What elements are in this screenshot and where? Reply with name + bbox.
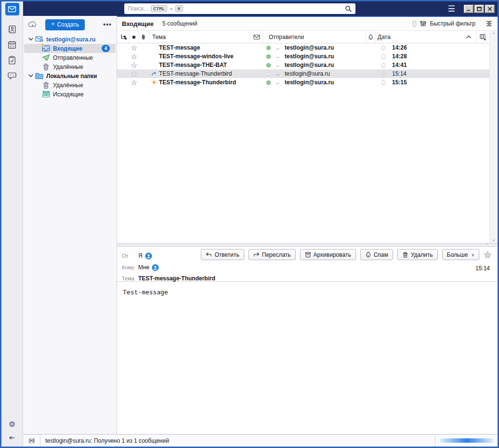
junk-light-icon[interactable] [381, 71, 386, 77]
delete-button[interactable]: Удалить [397, 249, 438, 260]
expander-chevron-icon[interactable] [28, 74, 34, 78]
space-address-book-button[interactable] [5, 23, 19, 36]
app-menu-button[interactable]: ☰ [448, 4, 455, 14]
quick-filter-button[interactable]: Быстрый фильтр [430, 20, 475, 27]
junk-light-icon[interactable] [381, 53, 386, 60]
correspondents-icon [250, 31, 263, 43]
date-column-header[interactable]: Дата [376, 31, 477, 43]
outgoing-arrow-icon: → [275, 70, 280, 77]
column-picker-button[interactable] [477, 31, 489, 43]
message-subject: TEST-message-Thunderbird [158, 78, 263, 87]
close-button[interactable] [485, 5, 495, 13]
minimize-button[interactable] [464, 5, 473, 13]
unread-dot-icon[interactable] [266, 80, 271, 85]
folder-pane-options-button[interactable]: ••• [103, 21, 112, 28]
reply-button[interactable]: Ответить [201, 249, 244, 260]
folder-label: Локальные папки [46, 73, 97, 79]
space-chat-button[interactable] [5, 69, 19, 82]
archive-button[interactable]: Архивировать [300, 249, 356, 260]
network-status-icon: ((•)) [23, 435, 40, 447]
unread-dot-icon[interactable] [266, 54, 271, 59]
star-column-header[interactable] [130, 31, 139, 43]
star-row-icon[interactable] [131, 62, 137, 68]
star-row-icon[interactable] [131, 79, 137, 86]
from-label: От [122, 253, 138, 259]
pane-splitter[interactable]: ⌃ [117, 243, 498, 247]
junk-light-icon[interactable] [381, 45, 386, 51]
replied-icon [151, 71, 157, 77]
forward-button[interactable]: Переслать [249, 249, 296, 260]
folder-tree: testlogin@sura.ruВходящие4ОтправленныеУд… [23, 33, 117, 99]
btn-junk-icon [365, 251, 371, 258]
space-mail-button[interactable] [5, 3, 19, 15]
star-row-icon[interactable] [131, 45, 137, 51]
titlebar: Поиск... CTRL + K ☰ [23, 1, 498, 16]
unread-dot-icon[interactable] [266, 46, 271, 50]
correspondents-column-header[interactable]: Отправители [250, 31, 366, 43]
message-list-display-options-icon[interactable] [486, 20, 493, 27]
message-subject: TEST-message-Thunderbird [138, 275, 215, 282]
folder-folder-icon [35, 72, 43, 79]
settings-icon[interactable]: ⚙ [9, 421, 15, 428]
maximize-button[interactable] [474, 5, 484, 13]
message-row[interactable]: TEST-message→testlogin@sura.ru14:26 [117, 43, 489, 52]
progress-section [435, 435, 498, 447]
junk-column-header[interactable] [366, 31, 376, 43]
folder-label: Входящие [53, 45, 82, 52]
scroll-up-arrow[interactable]: ⌃ [492, 32, 496, 37]
spaces-toolbar: ⚙⇤ [1, 1, 23, 447]
subject-column-header[interactable]: Тема [149, 31, 250, 43]
folder-item-исходящие[interactable]: Исходящие [24, 90, 116, 99]
message-subject: TEST-message [158, 43, 263, 52]
quick-filter-icon [420, 20, 427, 27]
message-row[interactable]: TEST-message-THE-BAT→testlogin@sura.ru14… [117, 61, 489, 69]
flag-star-icon[interactable] [484, 251, 492, 259]
subject-label: Тема [122, 276, 138, 281]
pill-indicator-icon [413, 21, 416, 27]
junk-light-icon[interactable] [381, 62, 386, 68]
message-sender: testlogin@sura.ru [285, 79, 334, 86]
scroll-down-arrow[interactable]: ⌄ [492, 237, 496, 242]
thread-column-header[interactable] [117, 31, 130, 43]
message-row[interactable]: TEST-message-windos-live→testlogin@sura.… [117, 52, 489, 61]
sender-avatar-icon[interactable] [145, 252, 152, 260]
folder-item-входящие[interactable]: Входящие4 [24, 44, 116, 53]
cloud-sync-icon[interactable] [28, 20, 38, 29]
button-label: Спам [374, 251, 388, 258]
more-button[interactable]: Больше∨ [442, 249, 479, 260]
folder-label: Отправленные [53, 54, 93, 61]
message-row[interactable]: TEST-message-Thunderbird→testlogin@sura.… [117, 78, 489, 87]
star-row-icon[interactable] [131, 53, 137, 60]
global-search-input[interactable]: Поиск... CTRL + K [124, 3, 355, 14]
space-tasks-button[interactable] [5, 54, 19, 66]
message-pane: От Я Кому Мне [117, 247, 498, 434]
progress-bar [440, 438, 493, 443]
chevron-down-icon: ∨ [471, 252, 474, 257]
junk-light-icon[interactable] [381, 79, 386, 86]
folder-item-отправленные[interactable]: Отправленные [24, 53, 116, 62]
collapse-spaces-icon[interactable]: ⇤ [9, 434, 15, 441]
unread-dot-icon[interactable] [266, 63, 271, 67]
space-calendar-button[interactable] [5, 39, 19, 51]
trash-folder-icon [42, 63, 50, 70]
message-subject: TEST-message-THE-BAT [158, 61, 263, 69]
read-dot-icon[interactable] [266, 72, 271, 76]
folder-item-удалённые[interactable]: Удалённые [24, 62, 116, 71]
folder-pane: + Создать ••• testlogin@sura.ruВходящие4… [23, 16, 117, 434]
folder-item-локальные-папки[interactable]: Локальные папки [24, 71, 116, 80]
recipient-avatar-icon[interactable] [152, 264, 159, 271]
expander-chevron-icon[interactable] [28, 37, 34, 41]
new-mail-dot-icon [41, 43, 44, 47]
attachment-column-header[interactable] [139, 31, 149, 43]
tasks-icon [8, 56, 16, 65]
message-list-scrollbar[interactable]: ⌃ ⌄ [489, 31, 498, 243]
message-row[interactable]: TEST-message-Thunderbird→testlogin@sura.… [117, 69, 489, 78]
folder-item-удалённые[interactable]: Удалённые [24, 80, 116, 90]
star-row-icon[interactable] [131, 71, 137, 77]
calendar-icon [8, 40, 16, 49]
junk-button[interactable]: Спам [360, 249, 393, 260]
folder-item-testlogin@sura.ru[interactable]: testlogin@sura.ru [24, 35, 116, 44]
btn-archive-icon [305, 251, 311, 258]
new-message-button[interactable]: + Создать [45, 19, 85, 30]
outbox-folder-icon [42, 91, 50, 98]
